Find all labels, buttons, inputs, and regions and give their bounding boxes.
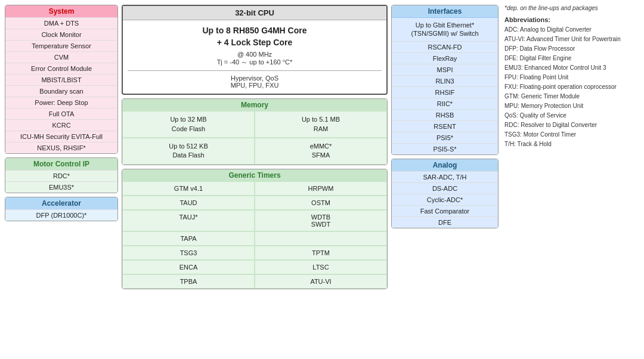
system-item: Full OTA	[5, 108, 117, 119]
timer-cell: TAPA	[122, 231, 255, 246]
dep-note: *dep. on the line-ups and packages	[504, 5, 639, 11]
system-item: Temperature Sensor	[5, 40, 117, 51]
timers-grid: GTM v4.1HRPWMTAUDOSTMTAUJ*WDTBSWDTTAPATS…	[122, 181, 387, 289]
cpu-content: Up to 8 RH850 G4MH Core+ 4 Lock Step Cor…	[123, 20, 386, 94]
timers-header: Generic Timers	[122, 169, 387, 181]
timer-cell: TAUJ*	[122, 210, 255, 231]
system-item: Power: Deep Stop	[5, 97, 117, 108]
cpu-main-text: Up to 8 RH850 G4MH Core+ 4 Lock Step Cor…	[128, 25, 382, 48]
timer-cell: WDTBSWDT	[255, 210, 387, 231]
abbrev-title: Abbreviations:	[504, 16, 639, 23]
interface-item: RHSB	[392, 109, 498, 120]
motor-control-section: Motor Control IP RDC*EMU3S*	[5, 157, 118, 193]
system-items: DMA + DTSClock MonitorTemperature Sensor…	[5, 17, 117, 153]
system-section: System DMA + DTSClock MonitorTemperature…	[5, 5, 118, 154]
abbreviation-item: FPU: Floating Point Unit	[504, 73, 639, 82]
system-header: System	[5, 5, 117, 17]
interface-item: RIIC*	[392, 98, 498, 109]
timer-cell: ATU-VI	[255, 274, 387, 289]
interface-item: RHSIF	[392, 86, 498, 98]
analog-item: Cyclic-ADC*	[392, 194, 498, 205]
left-column: System DMA + DTSClock MonitorTemperature…	[5, 5, 118, 289]
interface-item: MSPI	[392, 64, 498, 75]
memory-section: Memory Up to 32 MBCode Flash Up to 5.1 M…	[122, 98, 388, 165]
timer-cell: HRPWM	[255, 181, 387, 196]
accelerator-section: Accelerator DFP (DR1000C)*	[5, 197, 118, 221]
cpu-title: 32-bit CPU	[123, 6, 386, 20]
abbreviation-item: DFE: Digital Filter Engine	[504, 54, 639, 63]
memory-cell-1: Up to 32 MBCode Flash	[122, 111, 255, 138]
cpu-features: Hypervisor, QoSMPU, FPU, FXU	[128, 75, 382, 89]
timer-cell: GTM v4.1	[122, 181, 255, 196]
analog-section: Analog SAR-ADC, T/HDS-ADCCyclic-ADC*Fast…	[391, 159, 499, 228]
abbreviation-item: MPU: Memory Protection Unit	[504, 101, 639, 110]
memory-cell-4: eMMC*SFMA	[255, 138, 387, 165]
timer-cell: TSG3	[122, 246, 255, 260]
abbreviation-item: ADC: Analog to Digital Converter	[504, 25, 639, 34]
motor-item: EMU3S*	[5, 181, 117, 193]
interface-item: PSI5-S*	[392, 143, 498, 154]
interface-item: RSCAN-FD	[392, 41, 498, 52]
abbreviation-item: ATU-VI: Advanced Timer Unit for Powertra…	[504, 35, 639, 44]
cpu-section: 32-bit CPU Up to 8 RH850 G4MH Core+ 4 Lo…	[122, 5, 388, 95]
middle-column: 32-bit CPU Up to 8 RH850 G4MH Core+ 4 Lo…	[122, 5, 388, 289]
memory-grid: Up to 32 MBCode Flash Up to 5.1 MBRAM Up…	[122, 111, 387, 165]
timer-cell	[255, 231, 387, 246]
abbreviation-item: T/H: Track & Hold	[504, 140, 639, 148]
analog-header: Analog	[392, 159, 498, 171]
timer-cell: ENCA	[122, 260, 255, 274]
analog-items: SAR-ADC, T/HDS-ADCCyclic-ADC*Fast Compar…	[392, 171, 498, 228]
system-item: Error Control Module	[5, 63, 117, 74]
timer-cell: LTSC	[255, 260, 387, 274]
memory-cell-2: Up to 5.1 MBRAM	[255, 111, 387, 138]
interfaces-header: Interfaces	[392, 5, 498, 17]
accel-item: DFP (DR1000C)*	[5, 209, 117, 221]
timer-cell: TPBA	[122, 274, 255, 289]
abbreviation-item: GTM: Generic Timer Module	[504, 92, 639, 101]
interfaces-top-item: Up to Gbit Ethernet*(TSN/SGMII) w/ Switc…	[392, 17, 498, 41]
motor-item: RDC*	[5, 170, 117, 181]
analog-item: DFE	[392, 216, 498, 228]
motor-items: RDC*EMU3S*	[5, 170, 117, 193]
abbreviation-item: FXU: Floating-point operation coprocesso…	[504, 82, 639, 91]
right-column: Interfaces Up to Gbit Ethernet*(TSN/SGMI…	[391, 5, 499, 289]
system-item: DMA + DTS	[5, 17, 117, 29]
system-item: KCRC	[5, 119, 117, 131]
analog-item: SAR-ADC, T/H	[392, 171, 498, 182]
interface-item: PSI5*	[392, 132, 498, 143]
timer-cell: OSTM	[255, 196, 387, 210]
accel-items: DFP (DR1000C)*	[5, 209, 117, 221]
analog-item: DS-ADC	[392, 182, 498, 194]
cpu-freq: @ 400 MHz Tj = -40 ～ up to +160 °C*	[128, 51, 382, 67]
abbreviations: ADC: Analog to Digital ConverterATU-VI: …	[504, 25, 639, 148]
memory-header: Memory	[122, 99, 387, 111]
abbreviation-item: DFP: Data Flow Processor	[504, 44, 639, 53]
system-item: ICU-MH Security EVITA-Full	[5, 131, 117, 142]
abbreviation-item: TSG3: Motor Control Timer	[504, 130, 639, 139]
system-item: NEXUS, RHSIF*	[5, 142, 117, 153]
interface-item: RLIN3	[392, 75, 498, 86]
interface-item: FlexRay	[392, 52, 498, 64]
motor-control-header: Motor Control IP	[5, 158, 117, 170]
timers-section: Generic Timers GTM v4.1HRPWMTAUDOSTMTAUJ…	[122, 169, 388, 289]
interfaces-items: RSCAN-FDFlexRayMSPIRLIN3RHSIFRIIC*RHSBRS…	[392, 41, 498, 154]
abbreviation-item: EMU3: Enhanced Motor Control Unit 3	[504, 63, 639, 72]
interfaces-section: Interfaces Up to Gbit Ethernet*(TSN/SGMI…	[391, 5, 499, 155]
memory-cell-3: Up to 512 KBData Flash	[122, 138, 255, 165]
system-item: MBIST/LBIST	[5, 74, 117, 85]
interface-item: RSENT	[392, 120, 498, 132]
notes-column: *dep. on the line-ups and packages Abbre…	[502, 5, 639, 289]
accelerator-header: Accelerator	[5, 197, 117, 209]
timer-cell: TAUD	[122, 196, 255, 210]
abbreviation-item: RDC: Resolver to Digital Converter	[504, 120, 639, 129]
abbreviation-item: QoS: Quality of Service	[504, 111, 639, 120]
system-item: CVM	[5, 51, 117, 63]
timer-cell: TPTM	[255, 246, 387, 260]
system-item: Clock Monitor	[5, 29, 117, 40]
system-item: Boundary scan	[5, 85, 117, 97]
analog-item: Fast Comparator	[392, 205, 498, 216]
